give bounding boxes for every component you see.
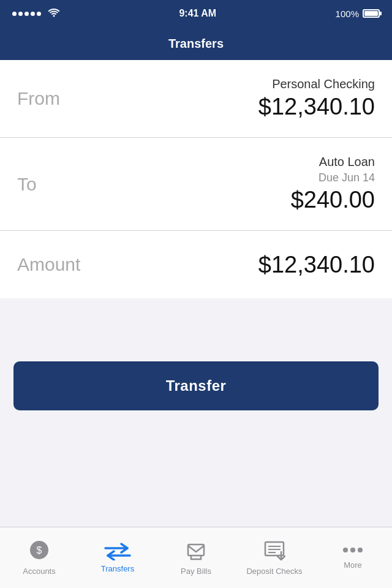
svg-rect-4 bbox=[188, 545, 204, 556]
tab-item-pay-bills[interactable]: Pay Bills bbox=[157, 527, 235, 588]
battery-icon bbox=[363, 9, 380, 18]
signal-dot bbox=[24, 12, 29, 16]
more-label: More bbox=[344, 560, 362, 570]
to-values: Auto Loan Due Jun 14 $240.00 bbox=[291, 155, 375, 213]
transfer-amount: $12,340.10 bbox=[258, 252, 375, 278]
nav-title: Transfers bbox=[168, 37, 224, 51]
status-time: 9:41 AM bbox=[179, 8, 216, 19]
more-icon bbox=[342, 546, 363, 557]
accounts-icon: $ bbox=[29, 540, 50, 563]
tab-item-deposit-checks[interactable]: Deposit Checks bbox=[235, 527, 314, 588]
amount-row[interactable]: Amount $12,340.10 bbox=[0, 231, 392, 298]
from-values: Personal Checking $12,340.10 bbox=[258, 77, 375, 120]
from-label: From bbox=[17, 88, 60, 109]
to-amount: $240.00 bbox=[291, 187, 375, 213]
status-bar: 9:41 AM 100% bbox=[0, 0, 392, 27]
battery-fill bbox=[364, 11, 378, 16]
signal-dots bbox=[12, 12, 41, 16]
battery-percent: 100% bbox=[336, 9, 359, 19]
from-row[interactable]: From Personal Checking $12,340.10 bbox=[0, 60, 392, 138]
tab-bar: $ Accounts Transfers bbox=[0, 527, 392, 588]
signal-dot bbox=[18, 12, 23, 16]
deposit-checks-icon bbox=[263, 540, 285, 563]
nav-bar: Transfers bbox=[0, 27, 392, 60]
svg-point-13 bbox=[343, 548, 348, 552]
tab-item-more[interactable]: More bbox=[314, 527, 392, 588]
to-account-name: Auto Loan bbox=[291, 155, 375, 169]
to-label: To bbox=[17, 174, 37, 195]
signal-dot bbox=[12, 12, 17, 16]
svg-text:$: $ bbox=[37, 545, 42, 556]
transfers-label: Transfers bbox=[101, 564, 134, 573]
status-right: 100% bbox=[336, 9, 380, 19]
pay-bills-label: Pay Bills bbox=[181, 567, 211, 576]
transfers-icon bbox=[104, 542, 131, 560]
signal-dot bbox=[37, 12, 41, 16]
amount-label: Amount bbox=[17, 254, 80, 275]
svg-point-14 bbox=[350, 548, 355, 552]
deposit-checks-label: Deposit Checks bbox=[246, 567, 302, 576]
tab-item-transfers[interactable]: Transfers bbox=[78, 527, 157, 588]
from-amount: $12,340.10 bbox=[258, 94, 375, 120]
form-content: From Personal Checking $12,340.10 To Aut… bbox=[0, 60, 392, 298]
signal-dot bbox=[31, 12, 35, 16]
transfer-button[interactable]: Transfer bbox=[13, 361, 379, 410]
svg-point-15 bbox=[358, 548, 363, 552]
wifi-icon bbox=[48, 7, 60, 20]
transfer-section: Transfer bbox=[0, 343, 392, 429]
to-due-date: Due Jun 14 bbox=[291, 172, 375, 184]
to-row[interactable]: To Auto Loan Due Jun 14 $240.00 bbox=[0, 138, 392, 231]
pay-bills-icon bbox=[186, 540, 206, 563]
tab-item-accounts[interactable]: $ Accounts bbox=[0, 527, 78, 588]
accounts-label: Accounts bbox=[23, 567, 55, 576]
status-left bbox=[12, 7, 60, 20]
from-account-name: Personal Checking bbox=[258, 77, 375, 91]
